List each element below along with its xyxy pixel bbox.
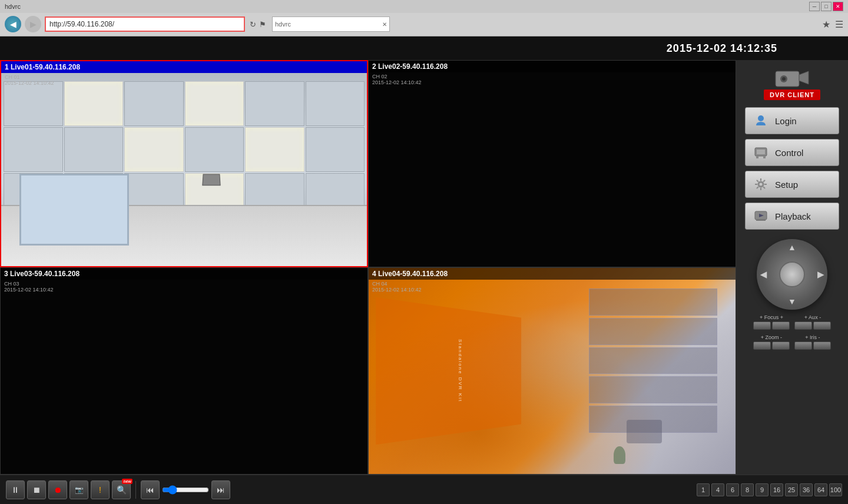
layout-36-button[interactable]: 36: [800, 483, 813, 496]
home-icon[interactable]: ⚑: [259, 20, 266, 29]
ceiling-tile: [306, 81, 365, 126]
setup-label: Setup: [775, 180, 798, 190]
menu-icon[interactable]: ☰: [835, 19, 843, 30]
focus-plus-button[interactable]: [753, 321, 771, 330]
control-button[interactable]: Control: [745, 139, 839, 166]
layout-9-button[interactable]: 9: [756, 483, 768, 496]
ceiling-tile: [124, 81, 184, 126]
camera-2-feed: [369, 61, 736, 267]
ptz-right-arrow[interactable]: ▶: [817, 270, 824, 279]
login-icon: [753, 112, 769, 129]
address-bar[interactable]: http://59.40.116.208/: [45, 16, 245, 32]
focus-buttons: [753, 321, 790, 330]
datetime-display: 2015-12-02 14:12:35: [667, 42, 777, 55]
ptz-center[interactable]: [779, 261, 805, 287]
ptz-iris-group: + Iris -: [794, 334, 831, 350]
ptz-left-arrow[interactable]: ◀: [760, 270, 767, 279]
search-tab-label: hdvrc: [275, 21, 382, 28]
camera-4-sub: CH 04 2015-12-02 14:10:42: [372, 281, 422, 293]
focus-label: + Focus +: [760, 314, 783, 320]
layout-8-button[interactable]: 8: [741, 483, 754, 496]
alert-button[interactable]: !: [91, 480, 110, 499]
zoom-button[interactable]: 🔍 new: [112, 480, 131, 499]
main-content: 1 Live01-59.40.116.208 CH 01 2015-12-02 …: [0, 60, 848, 475]
search-box[interactable]: hdvrc ✕: [272, 16, 390, 32]
layout-25-button[interactable]: 25: [785, 483, 798, 496]
layout-16-button[interactable]: 16: [770, 483, 783, 496]
forward-button[interactable]: ▶: [25, 16, 41, 32]
layout-1-button[interactable]: 1: [697, 483, 710, 496]
aux-buttons: [794, 321, 831, 330]
playback-icon: [753, 208, 769, 224]
maximize-button[interactable]: □: [821, 2, 832, 11]
ptz-focus-group: + Focus +: [753, 314, 790, 330]
aux-plus-button[interactable]: [794, 321, 812, 330]
camera-cell-3[interactable]: 3 Live03-59.40.116.208 CH 03 2015-12-02 …: [0, 267, 368, 475]
camera-3-feed: [1, 268, 367, 474]
ptz-outer[interactable]: ▲ ▼ ◀ ▶: [757, 239, 827, 310]
projector: [202, 174, 220, 186]
zoom-minus-button[interactable]: [772, 341, 790, 350]
camera-1-label: 1 Live01-59.40.116.208: [1, 61, 367, 73]
camera-cell-2[interactable]: 2 Live02-59.40.116.208 CH 02 2015-12-02 …: [368, 60, 736, 267]
layout-100-button[interactable]: 100: [829, 483, 842, 496]
layout-6-button[interactable]: 6: [726, 483, 739, 496]
browser-navbar: ◀ ▶ http://59.40.116.208/ ↻ ⚑ hdvrc ✕ ★ …: [0, 13, 848, 36]
layout-selector: 1 4 6 8 9 16 25 36 64 100: [697, 483, 842, 496]
minimize-button[interactable]: ─: [809, 2, 820, 11]
right-panel: DVR CLIENT Login: [736, 60, 848, 475]
snapshot-button[interactable]: 📷: [69, 480, 88, 499]
prev-button[interactable]: ⏮: [141, 480, 160, 499]
aux-minus-button[interactable]: [813, 321, 831, 330]
back-button[interactable]: ◀: [5, 16, 21, 32]
ptz-section: ▲ ▼ ◀ ▶ + Focus +: [753, 239, 831, 350]
camera-2-label: 2 Live02-59.40.116.208: [369, 61, 736, 72]
shelf-row: [589, 347, 717, 374]
zoom-plus-button[interactable]: [753, 341, 771, 350]
login-button[interactable]: Login: [745, 107, 839, 134]
close-button[interactable]: ✕: [833, 2, 843, 11]
browser-title: hdvrc: [5, 3, 21, 10]
next-icon: ⏭: [217, 485, 225, 495]
ceiling-tile: [185, 127, 244, 172]
ceiling-tile: [4, 81, 63, 126]
ptz-up-arrow[interactable]: ▲: [788, 243, 796, 252]
playback-label: Playback: [775, 211, 811, 221]
new-badge: new: [122, 479, 132, 484]
search-close-icon[interactable]: ✕: [382, 21, 387, 28]
alert-icon: !: [99, 485, 101, 495]
stop-button[interactable]: ⏹: [27, 480, 46, 499]
camera-4-label: 4 Live04-59.40.116.208: [369, 268, 736, 280]
zoom-label: + Zoom -: [761, 334, 782, 340]
browser-titlebar: hdvrc ─ □ ✕: [0, 0, 848, 13]
top-bar: 2015-12-02 14:12:35: [0, 37, 848, 60]
ceiling-tile: [64, 81, 124, 126]
iris-minus-button[interactable]: [813, 341, 831, 350]
layout-4-button[interactable]: 4: [711, 483, 724, 496]
star-icon[interactable]: ★: [822, 19, 830, 30]
svg-rect-8: [757, 150, 765, 154]
focus-minus-button[interactable]: [772, 321, 790, 330]
record-button[interactable]: ⏺: [48, 480, 67, 499]
playback-button[interactable]: Playback: [745, 203, 839, 230]
timeline-slider[interactable]: [162, 485, 209, 495]
pause-button[interactable]: ⏸: [6, 480, 25, 499]
ptz-focus-aux-row: + Focus + + Aux -: [753, 314, 831, 330]
camera-cell-4[interactable]: 4 Live04-59.40.116.208 CH 04 2015-12-02 …: [368, 267, 736, 475]
refresh-icon[interactable]: ↻: [250, 20, 256, 29]
camera-cell-1[interactable]: 1 Live01-59.40.116.208 CH 01 2015-12-02 …: [0, 60, 368, 267]
camera-1-feed: [1, 61, 367, 266]
layout-64-button[interactable]: 64: [814, 483, 827, 496]
svg-marker-1: [799, 71, 809, 84]
ptz-down-arrow[interactable]: ▼: [788, 297, 796, 306]
ceiling-tile: [185, 81, 244, 126]
record-icon: ⏺: [54, 485, 62, 495]
setup-button[interactable]: Setup: [745, 171, 839, 198]
iris-label: + Iris -: [805, 334, 820, 340]
next-button[interactable]: ⏭: [211, 480, 230, 499]
timeline-slider-container: [162, 485, 209, 495]
aux-label: + Aux -: [804, 314, 821, 320]
camera-svg-icon: [774, 67, 810, 89]
iris-buttons: [794, 341, 831, 350]
iris-plus-button[interactable]: [794, 341, 812, 350]
